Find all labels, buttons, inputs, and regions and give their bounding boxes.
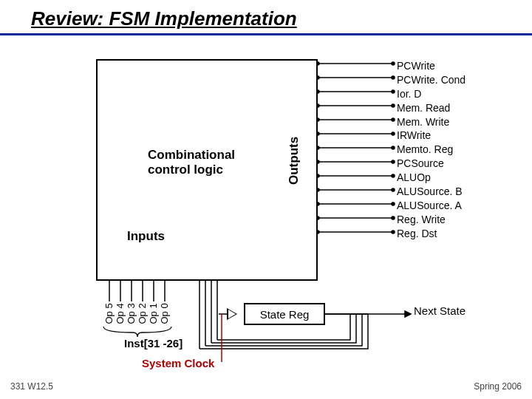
svg-marker-50 xyxy=(405,311,411,317)
op0-label: Op 0 xyxy=(159,314,170,324)
output-alusrca: ALUSource. A xyxy=(397,199,466,213)
svg-point-16 xyxy=(392,76,395,79)
slide-title: Review: FSM Implementation xyxy=(0,7,532,30)
svg-point-20 xyxy=(392,104,395,107)
svg-point-14 xyxy=(392,62,395,65)
output-signal-list: PCWrite PCWrite. Cond Ior. D Mem. Read M… xyxy=(397,59,466,241)
svg-point-36 xyxy=(392,216,395,219)
output-regwrite: Reg. Write xyxy=(397,213,466,227)
output-pcsource: PCSource xyxy=(397,157,466,171)
clock-triangle-icon xyxy=(227,308,237,320)
next-state-label: Next State xyxy=(414,304,466,318)
output-aluop: ALUOp xyxy=(397,171,466,185)
inputs-label: Inputs xyxy=(127,229,165,244)
svg-point-18 xyxy=(392,90,395,93)
op1-label: Op 1 xyxy=(148,314,159,324)
op2-label: Op 2 xyxy=(137,314,148,324)
op-input-labels: Op 5 Op 4 Op 3 Op 2 Op 1 Op 0 xyxy=(103,313,169,324)
footer-right: Spring 2006 xyxy=(474,381,522,392)
svg-point-38 xyxy=(392,231,395,233)
op4-label: Op 4 xyxy=(115,314,126,324)
output-regdst: Reg. Dst xyxy=(397,227,466,241)
footer-left: 331 W12.5 xyxy=(10,381,53,392)
svg-point-32 xyxy=(392,188,395,191)
system-clock-label: System Clock xyxy=(142,357,214,369)
svg-point-28 xyxy=(392,160,395,163)
op3-label: Op 3 xyxy=(126,314,137,324)
state-register-box: State Reg xyxy=(244,303,325,325)
op5-label: Op 5 xyxy=(103,314,115,324)
svg-point-22 xyxy=(392,118,395,121)
svg-point-26 xyxy=(392,146,395,149)
svg-point-24 xyxy=(392,132,395,135)
svg-point-30 xyxy=(392,174,395,177)
output-memwrite: Mem. Write xyxy=(397,115,466,129)
inst-range-label: Inst[31 -26] xyxy=(124,337,183,349)
output-memread: Mem. Read xyxy=(397,101,466,115)
output-iord: Ior. D xyxy=(397,87,466,101)
svg-point-34 xyxy=(392,202,395,205)
output-alusrcb: ALUSource. B xyxy=(397,185,466,199)
output-pcwritecond: PCWrite. Cond xyxy=(397,73,466,87)
outputs-label: Outputs xyxy=(287,137,301,185)
combinational-logic-label: Combinational control logic xyxy=(148,148,251,177)
output-irwrite: IRWrite xyxy=(397,129,466,143)
output-pcwrite: PCWrite xyxy=(397,59,466,73)
state-register-label: State Reg xyxy=(260,308,310,321)
output-memtoreg: Memto. Reg xyxy=(397,143,466,157)
